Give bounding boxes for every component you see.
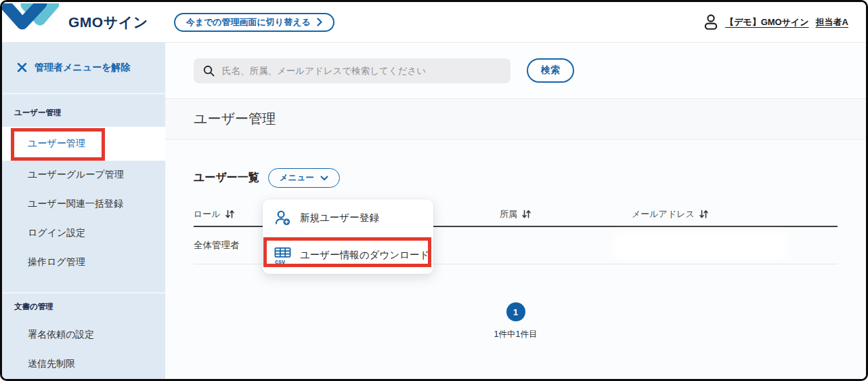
page-title: ユーザー管理	[194, 110, 276, 128]
user-list-heading: ユーザー一覧	[194, 171, 259, 185]
menu-dropdown-panel: 新規ユーザー登録 csv ユーザー情報のダウンロード	[263, 199, 433, 274]
sidebar-item-user-group-management[interactable]: ユーザーグループ管理	[2, 161, 165, 190]
column-header-role[interactable]: ロール	[194, 208, 234, 220]
role-cell: 全体管理者	[194, 239, 240, 252]
menu-item-new-user-registration[interactable]: 新規ユーザー登録	[263, 199, 433, 237]
column-header-department[interactable]: 所属	[500, 208, 531, 220]
sort-icon	[699, 209, 708, 219]
sidebar-section-user-management: ユーザー管理	[2, 94, 165, 127]
svg-text:csv: csv	[275, 258, 286, 264]
sidebar-item-label: ユーザー関連一括登録	[28, 198, 123, 210]
page-number-button[interactable]: 1	[506, 302, 525, 321]
gmo-sign-logo-text: GMOサイン	[68, 13, 148, 32]
app-header: GMOサイン 今までの管理画面に切り替える 【デモ】GMOサイン 担当者A	[2, 2, 866, 43]
page-title-band: ユーザー管理	[165, 99, 866, 140]
sidebar-item-label: ユーザー管理	[28, 138, 85, 150]
account-user-link[interactable]: 担当者A	[816, 16, 848, 28]
gmo-sign-logo-icon	[2, 3, 59, 39]
sidebar-item-recipient-restriction[interactable]: 送信先制限	[2, 350, 165, 379]
user-add-icon	[274, 209, 291, 226]
menu-item-download-user-info[interactable]: csv ユーザー情報のダウンロード	[263, 237, 433, 274]
sort-icon	[522, 209, 531, 219]
sidebar-item-user-management[interactable]: ユーザー管理	[2, 127, 165, 161]
search-icon	[202, 64, 215, 77]
sidebar-item-unlock-admin-menu[interactable]: 管理者メニューを解除	[2, 43, 165, 93]
sidebar-item-signature-request-settings[interactable]: 署名依頼の設定	[2, 321, 165, 350]
menu-item-label: ユーザー情報のダウンロード	[300, 249, 429, 262]
user-list-section: ユーザー一覧 メニュー ロール	[165, 140, 866, 379]
menu-item-label: 新規ユーザー登録	[300, 212, 379, 224]
sidebar-item-label: ユーザーグループ管理	[28, 169, 124, 181]
search-button[interactable]: 検索	[527, 58, 574, 83]
sidebar-item-label: ログイン設定	[28, 227, 85, 239]
sidebar-item-login-settings[interactable]: ログイン設定	[2, 219, 165, 248]
search-input[interactable]	[222, 66, 502, 76]
search-box[interactable]	[194, 58, 511, 83]
redacted-email-cell	[618, 236, 784, 256]
pagination-summary: 1件中1件目	[194, 329, 838, 340]
sidebar-section-document-management: 文書の管理	[2, 294, 165, 321]
sidebar-item-label: 送信先制限	[28, 358, 75, 370]
menu-dropdown-button[interactable]: メニュー	[268, 168, 340, 188]
chevron-right-icon	[317, 18, 322, 26]
screenshot-frame: GMOサイン 今までの管理画面に切り替える 【デモ】GMOサイン 担当者A	[0, 0, 868, 381]
sidebar-item-user-bulk-registration[interactable]: ユーザー関連一括登録	[2, 190, 165, 219]
csv-download-icon: csv	[274, 247, 291, 264]
close-icon	[17, 62, 27, 73]
menu-dropdown-label: メニュー	[280, 172, 314, 184]
switch-admin-view-button[interactable]: 今までの管理画面に切り替える	[174, 13, 334, 32]
main-area: 検索 ユーザー管理 ユーザー一覧 メニュー	[165, 43, 866, 379]
account-org-link[interactable]: 【デモ】GMOサイン	[725, 16, 809, 28]
search-section: 検索	[165, 43, 866, 99]
sidebar-item-label: 操作ログ管理	[28, 256, 85, 268]
column-header-email[interactable]: メールアドレス	[632, 208, 708, 220]
sidebar-item-label: 署名依頼の設定	[28, 329, 94, 341]
account-area: 【デモ】GMOサイン 担当者A	[703, 14, 848, 31]
user-icon	[703, 14, 718, 31]
admin-sidebar: 管理者メニューを解除 ユーザー管理 ユーザー管理 ユーザーグループ管理 ユーザー…	[2, 43, 165, 379]
pagination: 1 1件中1件目	[194, 302, 838, 340]
switch-admin-view-label: 今までの管理画面に切り替える	[186, 16, 311, 28]
unlock-admin-menu-label: 管理者メニューを解除	[35, 62, 130, 74]
sort-icon	[225, 209, 234, 219]
sidebar-item-operation-log[interactable]: 操作ログ管理	[2, 248, 165, 277]
chevron-down-icon	[320, 176, 328, 181]
